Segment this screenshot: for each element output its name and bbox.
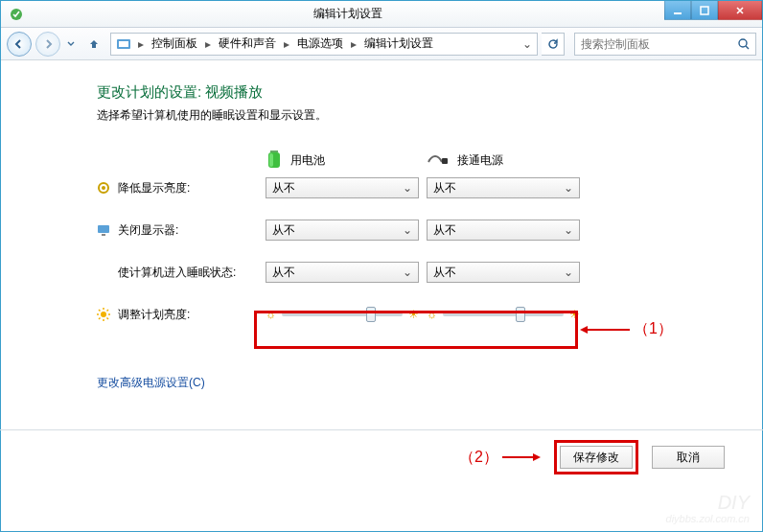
chevron-down-icon: ⌄ [564, 181, 573, 195]
minimize-button[interactable] [664, 1, 691, 20]
svg-rect-13 [102, 234, 105, 236]
svg-line-20 [107, 318, 109, 320]
address-bar[interactable]: ▸ 控制面板 ▸ 硬件和声音 ▸ 电源选项 ▸ 编辑计划设置 ⌄ [110, 33, 538, 56]
svg-line-19 [99, 310, 101, 312]
dim-icon [97, 181, 110, 195]
address-dropdown[interactable]: ⌄ [520, 37, 535, 51]
bright-ac-slider[interactable]: ☼ ☀ [427, 302, 580, 327]
page-heading: 更改计划的设置: 视频播放 [97, 83, 705, 102]
save-button[interactable]: 保存修改 [560, 446, 633, 469]
forward-button[interactable] [35, 32, 60, 57]
navbar: ▸ 控制面板 ▸ 硬件和声音 ▸ 电源选项 ▸ 编辑计划设置 ⌄ [1, 28, 762, 60]
advanced-settings-link[interactable]: 更改高级电源设置(C) [97, 375, 205, 391]
sun-icon [97, 308, 110, 321]
monitor-icon [97, 223, 110, 237]
window-title: 编辑计划设置 [32, 6, 664, 22]
window-frame: 编辑计划设置 ▸ 控制面板 ▸ 硬件和声音 ▸ 电源选项 ▸ 编辑计划设置 ⌄ [0, 0, 763, 532]
svg-line-21 [99, 318, 101, 320]
breadcrumb-item[interactable]: 电源选项 [293, 34, 347, 55]
chevron-right-icon[interactable]: ▸ [348, 37, 359, 51]
close-button[interactable] [718, 1, 762, 20]
titlebar: 编辑计划设置 [1, 1, 762, 28]
cancel-button[interactable]: 取消 [652, 446, 725, 469]
row-dim-label: 降低显示亮度: [97, 175, 258, 200]
moon-icon [97, 266, 110, 279]
chevron-right-icon[interactable]: ▸ [281, 37, 292, 51]
svg-rect-6 [270, 150, 278, 152]
chevron-down-icon: ⌄ [403, 181, 412, 195]
svg-rect-2 [701, 7, 708, 14]
dim-battery-dropdown[interactable]: 从不⌄ [266, 177, 419, 198]
refresh-button[interactable] [542, 33, 565, 56]
search-box[interactable] [574, 33, 756, 56]
annotation-1: （1） [580, 319, 673, 339]
search-icon[interactable] [736, 37, 751, 51]
battery-icon [266, 149, 283, 173]
row-bright-label: 调整计划亮度: [97, 302, 258, 327]
column-battery: 用电池 [266, 145, 419, 175]
chevron-right-icon[interactable]: ▸ [135, 37, 147, 51]
sun-small-icon: ☼ [266, 308, 276, 321]
chevron-down-icon: ⌄ [564, 223, 573, 237]
breadcrumb-item[interactable]: 硬件和声音 [215, 34, 280, 55]
svg-line-22 [107, 310, 109, 312]
chevron-down-icon: ⌄ [403, 223, 412, 237]
svg-point-5 [739, 39, 747, 47]
breadcrumb-item[interactable]: 编辑计划设置 [360, 34, 437, 55]
annotation-2: （2） [459, 448, 541, 468]
svg-rect-12 [98, 225, 109, 233]
chevron-right-icon[interactable]: ▸ [202, 37, 214, 51]
footer: （2） 保存修改 取消 [0, 429, 763, 474]
breadcrumb-item[interactable]: 控制面板 [148, 34, 201, 55]
sun-small-icon: ☼ [427, 308, 437, 321]
svg-rect-4 [119, 41, 128, 47]
column-ac: 接通电源 [427, 145, 580, 175]
dim-ac-dropdown[interactable]: 从不⌄ [427, 177, 580, 198]
search-input[interactable] [579, 36, 736, 52]
row-off-label: 关闭显示器: [97, 218, 258, 243]
plug-icon [427, 152, 450, 169]
control-panel-icon [116, 36, 131, 52]
sun-large-icon: ☀ [408, 308, 419, 321]
page-subtext: 选择希望计算机使用的睡眠设置和显示设置。 [97, 107, 705, 124]
back-button[interactable] [7, 32, 32, 57]
annotation-box-2: 保存修改 [554, 440, 638, 474]
sleep-battery-dropdown[interactable]: 从不⌄ [266, 262, 419, 283]
row-sleep-label: 使计算机进入睡眠状态: [97, 260, 258, 285]
sun-large-icon: ☀ [569, 308, 580, 321]
sleep-ac-dropdown[interactable]: 从不⌄ [427, 262, 580, 283]
app-icon [9, 7, 24, 22]
svg-point-11 [102, 186, 105, 190]
svg-rect-8 [269, 153, 273, 167]
bright-battery-slider[interactable]: ☼ ☀ [266, 302, 419, 327]
maximize-button[interactable] [691, 1, 718, 20]
svg-rect-9 [442, 158, 448, 164]
chevron-down-icon: ⌄ [403, 266, 412, 279]
history-dropdown[interactable] [64, 32, 78, 57]
svg-point-14 [101, 312, 106, 317]
off-ac-dropdown[interactable]: 从不⌄ [427, 220, 580, 241]
chevron-down-icon: ⌄ [564, 266, 573, 279]
up-button[interactable] [84, 35, 104, 54]
svg-rect-1 [674, 12, 682, 14]
off-battery-dropdown[interactable]: 从不⌄ [266, 220, 419, 241]
